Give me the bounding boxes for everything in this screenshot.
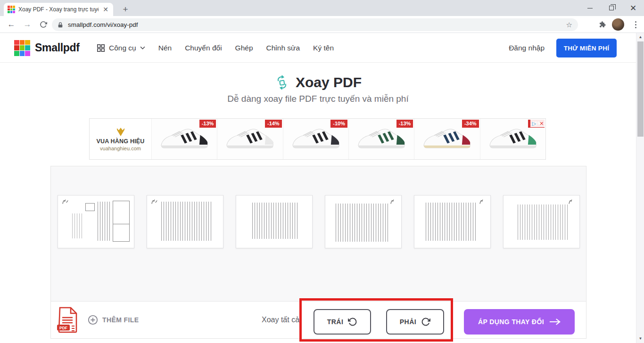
- page-thumbnail[interactable]: [325, 195, 402, 248]
- shoe-image: [222, 124, 278, 154]
- apply-changes-label: ÁP DỤNG THAY ĐỔI: [478, 318, 544, 326]
- forward-button[interactable]: →: [21, 18, 34, 31]
- window-close-button[interactable]: ✕: [622, 0, 644, 16]
- window-minimize-button[interactable]: [579, 0, 601, 16]
- shoe-image: [354, 124, 409, 154]
- url-text: smallpdf.com/vi/xoay-pdf: [68, 21, 138, 28]
- ad-shoe-tile[interactable]: -10%: [283, 119, 348, 159]
- shoe-image: [288, 124, 344, 154]
- rotate-right-label: PHẢI: [400, 318, 416, 326]
- arrow-right-icon: [549, 318, 561, 326]
- tools-grid-icon: [97, 44, 105, 52]
- pen-mark: [150, 199, 159, 205]
- rotate-left-button[interactable]: TRÁI: [314, 309, 371, 335]
- back-button[interactable]: ←: [5, 18, 18, 31]
- pdf-file-icon: PDF: [56, 306, 79, 334]
- page-thumbnail[interactable]: [58, 195, 134, 248]
- workspace-panel: PDF THÊM FILE Xoay tất cả TRÁI PHẢI ÁP D…: [50, 166, 586, 339]
- pen-mark: [61, 199, 70, 205]
- main-nav: Công cụ Nén Chuyển đổi Ghép Chỉnh sửa Ký…: [97, 33, 334, 63]
- scroll-up-arrow[interactable]: ▲: [636, 33, 644, 41]
- chevron-down-icon: [140, 46, 145, 49]
- browser-tab-strip: Xoay PDF - Xoay trang trực tuyế ✕ + ✕: [0, 0, 644, 16]
- page-thumbnail[interactable]: [236, 195, 313, 248]
- pen-mark: [389, 199, 398, 205]
- site-header: Smallpdf Công cụ Nén Chuyển đổi Ghép Chỉ…: [0, 33, 636, 63]
- rotate-ccw-icon: [348, 317, 357, 327]
- window-restore-button[interactable]: [601, 0, 622, 16]
- smallpdf-logo[interactable]: Smallpdf: [14, 33, 80, 63]
- crown-icon: [115, 127, 126, 137]
- add-file-label: THÊM FILE: [102, 316, 139, 324]
- reload-icon: [40, 21, 47, 28]
- smallpdf-logo-icon: [14, 40, 30, 56]
- scrollbar-thumb[interactable]: [637, 41, 644, 137]
- restore-icon: [609, 6, 614, 10]
- login-link[interactable]: Đăng nhập: [509, 33, 545, 63]
- rotate-all-label: Xoay tất cả: [262, 302, 299, 338]
- svg-text:PDF: PDF: [59, 326, 67, 330]
- ad-shoe-tile[interactable]: -11% ▷ ✕: [480, 119, 545, 159]
- ad-shoe-tile[interactable]: -14%: [217, 119, 282, 159]
- shoe-image: [485, 124, 541, 154]
- lock-icon: [58, 22, 63, 28]
- adchoices-icon[interactable]: ▷: [530, 120, 538, 127]
- browser-menu-icon[interactable]: [632, 18, 639, 31]
- ad-shoe-tile[interactable]: -13%: [348, 119, 414, 159]
- ad-brand-name: VUA HÀNG HIỆU: [96, 138, 144, 145]
- shoe-image: [419, 124, 475, 154]
- rotate-right-button[interactable]: PHẢI: [386, 309, 444, 335]
- add-file-button[interactable]: THÊM FILE: [88, 302, 139, 338]
- new-tab-button[interactable]: +: [119, 3, 132, 16]
- ad-brand-box[interactable]: VUA HÀNG HIỆU vuahanghieu.com: [90, 119, 151, 159]
- page-thumbnail[interactable]: [147, 195, 223, 248]
- puzzle-icon: [599, 21, 606, 28]
- page-subtitle: Dễ dàng xoay file PDF trực tuyến và miễn…: [0, 94, 636, 104]
- page-thumbnail[interactable]: [503, 195, 580, 248]
- smallpdf-favicon-icon: [8, 6, 15, 13]
- rotate-pdf-icon: [274, 75, 289, 90]
- profile-avatar[interactable]: [612, 18, 624, 31]
- nav-item-compress[interactable]: Nén: [158, 44, 172, 52]
- shoe-image: [157, 124, 212, 154]
- scrollbar[interactable]: ▲ ▼: [636, 33, 644, 343]
- nav-item-merge[interactable]: Ghép: [235, 44, 253, 52]
- reload-button[interactable]: [37, 18, 50, 31]
- discount-badge: -13%: [396, 120, 413, 128]
- rotate-left-label: TRÁI: [327, 318, 344, 326]
- bookmark-star-icon[interactable]: ☆: [566, 21, 572, 29]
- brand-name: Smallpdf: [35, 41, 80, 54]
- address-bar[interactable]: smallpdf.com/vi/xoay-pdf ☆: [52, 18, 578, 31]
- close-icon: ✕: [630, 4, 636, 12]
- browser-toolbar: ← → smallpdf.com/vi/xoay-pdf ☆: [0, 16, 644, 33]
- tab-title: Xoay PDF - Xoay trang trực tuyế: [18, 6, 99, 13]
- page-title: Xoay PDF: [296, 74, 362, 90]
- action-toolbar: PDF THÊM FILE Xoay tất cả TRÁI PHẢI ÁP D…: [51, 301, 586, 338]
- tab-close-icon[interactable]: ✕: [102, 6, 109, 13]
- browser-tab[interactable]: Xoay PDF - Xoay trang trực tuyế ✕: [4, 3, 113, 16]
- minimize-icon: [587, 8, 593, 8]
- discount-badge: -34%: [462, 120, 479, 128]
- nav-tools-menu[interactable]: Công cụ: [97, 44, 145, 52]
- scroll-down-arrow[interactable]: ▼: [636, 335, 644, 342]
- plus-circle-icon: [88, 315, 98, 325]
- ad-shoe-tile[interactable]: -34%: [414, 119, 479, 159]
- nav-item-convert[interactable]: Chuyển đổi: [185, 44, 222, 52]
- apply-changes-button[interactable]: ÁP DỤNG THAY ĐỔI: [464, 309, 575, 335]
- page-thumbnails: [51, 166, 586, 302]
- discount-badge: -14%: [265, 120, 282, 128]
- ad-shoe-tile[interactable]: -13%: [151, 119, 217, 159]
- rotate-cw-icon: [421, 317, 430, 327]
- discount-badge: -10%: [330, 120, 347, 128]
- ad-banner[interactable]: VUA HÀNG HIỆU vuahanghieu.com -13% -14%: [89, 118, 546, 160]
- free-trial-button[interactable]: THỬ MIỄN PHÍ: [556, 39, 617, 57]
- nav-item-sign[interactable]: Ký tên: [313, 44, 334, 52]
- nav-tools-label: Công cụ: [109, 44, 136, 52]
- extensions-button[interactable]: [596, 18, 609, 31]
- pen-mark: [568, 199, 576, 205]
- ad-close-icon[interactable]: ✕: [538, 120, 545, 127]
- discount-badge: -13%: [199, 120, 216, 128]
- ad-brand-domain: vuahanghieu.com: [100, 146, 141, 151]
- page-thumbnail[interactable]: [414, 195, 491, 248]
- nav-item-edit[interactable]: Chỉnh sửa: [266, 44, 300, 52]
